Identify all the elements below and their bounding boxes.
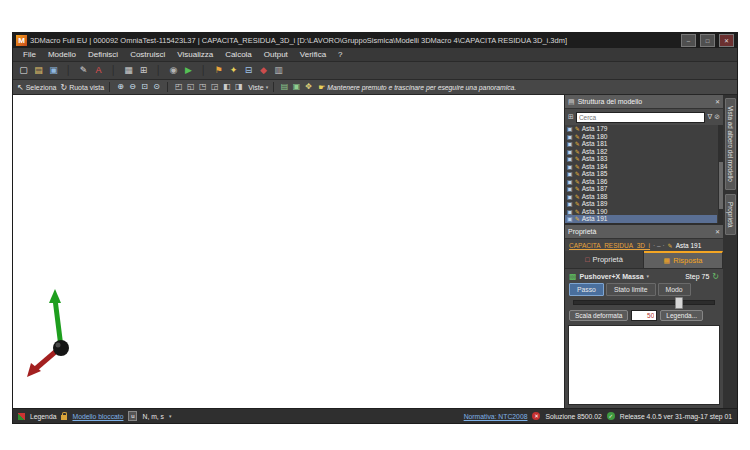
tree-item[interactable]: ▣ ✎ Asta 180 — [565, 133, 717, 141]
open-folder-icon[interactable]: ▤ — [32, 64, 45, 78]
info-icon[interactable]: ▥ — [272, 64, 285, 78]
analysis-dropdown[interactable]: Pushover+X Massa — [580, 273, 644, 280]
legend-icon[interactable] — [18, 413, 25, 420]
visibility-checkbox-icon[interactable]: ▣ — [567, 178, 573, 185]
visibility-checkbox-icon[interactable]: ▣ — [567, 170, 573, 177]
mesh-icon[interactable]: ⊞ — [137, 64, 150, 78]
separator[interactable]: │ — [107, 64, 120, 78]
section-icon[interactable]: ✦ — [227, 64, 240, 78]
camera-icon[interactable]: ◉ — [167, 64, 180, 78]
search-scope-icon[interactable]: ⊞ — [568, 113, 574, 121]
visibility-checkbox-icon[interactable]: ▣ — [567, 155, 573, 162]
tree-item[interactable]: ▣ ✎ Asta 184 — [565, 163, 717, 171]
tree-item[interactable]: ▣ ✎ Asta 182 — [565, 148, 717, 156]
zoom-in-icon[interactable]: ⊕ — [115, 82, 126, 93]
edit-icon[interactable]: ✎ — [77, 64, 90, 78]
chevron-down-icon[interactable]: ▾ — [647, 273, 650, 279]
legenda-status-label[interactable]: Legenda — [30, 413, 56, 420]
menu-item[interactable]: ? — [332, 50, 348, 59]
zoom-window-icon[interactable]: ⊡ — [139, 82, 150, 93]
chevron-down-icon[interactable]: ▾ — [169, 413, 172, 419]
scala-value-input[interactable] — [631, 310, 657, 321]
text-icon[interactable]: A — [92, 64, 105, 78]
subtab[interactable]: Passo — [569, 283, 604, 296]
tab-risposta[interactable]: ▦ Risposta — [644, 251, 723, 268]
pan-icon[interactable]: ✥ — [303, 82, 314, 93]
save-icon[interactable]: ▣ — [47, 64, 60, 78]
close-properties-icon[interactable]: ✕ — [715, 228, 720, 235]
separator[interactable]: │ — [152, 64, 165, 78]
rotate-view-tool[interactable]: ↻ Ruota vista — [60, 83, 104, 92]
tab-proprieta[interactable]: □ Proprietà — [565, 251, 644, 268]
view-front-icon[interactable]: ◱ — [185, 82, 196, 93]
visibility-checkbox-icon[interactable]: ▣ — [567, 185, 573, 192]
tree-item[interactable]: ▣ ✎ Asta 186 — [565, 178, 717, 186]
new-file-icon[interactable]: ▢ — [17, 64, 30, 78]
clear-filter-icon[interactable]: ⊘ — [714, 113, 720, 121]
visibility-checkbox-icon[interactable]: ▣ — [567, 125, 573, 132]
visibility-checkbox-icon[interactable]: ▣ — [567, 140, 573, 147]
tree-item[interactable]: ▣ ✎ Asta 190 — [565, 208, 717, 216]
units-label[interactable]: N, m, s — [142, 413, 164, 420]
view-right-icon[interactable]: ◨ — [233, 82, 244, 93]
menu-item[interactable]: Calcola — [219, 50, 258, 59]
tree-item[interactable]: ▣ ✎ Asta 185 — [565, 170, 717, 178]
tree-scrollbar[interactable] — [718, 125, 723, 223]
visibility-checkbox-icon[interactable]: ▣ — [567, 200, 573, 207]
visibility-checkbox-icon[interactable]: ▣ — [567, 208, 573, 215]
view-side-icon[interactable]: ◳ — [197, 82, 208, 93]
modello-bloccato-link[interactable]: Modello bloccato — [72, 413, 123, 420]
normativa-link[interactable]: Normativa: NTC2008 — [464, 413, 528, 420]
view-left-icon[interactable]: ◧ — [221, 82, 232, 93]
search-input[interactable] — [576, 112, 706, 123]
breadcrumb-model-link[interactable]: CAPACITA_RESIDUA_3D_i — [569, 242, 650, 249]
tree-item[interactable]: ▣ ✎ Asta 181 — [565, 140, 717, 148]
menu-item[interactable]: Modello — [42, 50, 82, 59]
side-tab-properties[interactable]: Proprietà — [725, 194, 736, 236]
model-viewport[interactable] — [13, 95, 565, 408]
node-icon[interactable]: ◆ — [257, 64, 270, 78]
menu-item[interactable]: Output — [258, 50, 294, 59]
close-tree-panel-icon[interactable]: ✕ — [715, 98, 720, 105]
scala-deformata-button[interactable]: Scala deformata — [569, 310, 628, 321]
step-slider[interactable] — [573, 300, 715, 305]
legenda-button[interactable]: Legenda... — [660, 310, 703, 321]
tree-item[interactable]: ▣ ✎ Asta 188 — [565, 193, 717, 201]
filter-funnel-icon[interactable]: ∇ — [707, 113, 712, 121]
refresh-step-icon[interactable]: ↻ — [712, 272, 719, 281]
visibility-checkbox-icon[interactable]: ▣ — [567, 133, 573, 140]
subtab[interactable]: Modo — [658, 283, 691, 296]
maximize-button[interactable]: □ — [700, 34, 715, 47]
tree-item[interactable]: ▣ ✎ Asta 187 — [565, 185, 717, 193]
zoom-extents-icon[interactable]: ⊙ — [151, 82, 162, 93]
tree-item[interactable]: ▣ ✎ Asta 189 — [565, 200, 717, 208]
flag-icon[interactable]: ⚑ — [212, 64, 225, 78]
snapshot-icon[interactable]: ▣ — [291, 82, 302, 93]
visibility-checkbox-icon[interactable]: ▣ — [567, 215, 573, 222]
run-analysis-icon[interactable]: ▶ — [182, 64, 195, 78]
close-button[interactable]: ✕ — [719, 34, 734, 47]
beam-icon[interactable]: ⊟ — [242, 64, 255, 78]
menu-item[interactable]: Costruisci — [124, 50, 171, 59]
viste-dropdown[interactable]: Viste ▾ — [248, 84, 268, 91]
menu-item[interactable]: Verifica — [294, 50, 332, 59]
visibility-checkbox-icon[interactable]: ▣ — [567, 148, 573, 155]
tree-item[interactable]: ▣ ✎ Asta 179 — [565, 125, 717, 133]
separator[interactable]: │ — [62, 64, 75, 78]
menu-item[interactable]: Visualizza — [171, 50, 219, 59]
tree-item[interactable]: ▣ ✎ Asta 183 — [565, 155, 717, 163]
zoom-out-icon[interactable]: ⊖ — [127, 82, 138, 93]
minimize-button[interactable]: – — [681, 34, 696, 47]
slider-handle[interactable] — [675, 297, 683, 309]
scrollbar-thumb[interactable] — [719, 162, 723, 209]
select-tool[interactable]: ↖ Seleziona — [17, 83, 56, 92]
menu-item[interactable]: Definisci — [82, 50, 124, 59]
visibility-checkbox-icon[interactable]: ▣ — [567, 163, 573, 170]
view-top-icon[interactable]: ◰ — [173, 82, 184, 93]
grid-icon[interactable]: ▦ — [122, 64, 135, 78]
subtab[interactable]: Stato limite — [606, 283, 656, 296]
visibility-checkbox-icon[interactable]: ▣ — [567, 193, 573, 200]
pushover-chart[interactable] — [568, 325, 720, 405]
separator[interactable]: │ — [197, 64, 210, 78]
tree-item[interactable]: ▣ ✎ Asta 191 — [565, 215, 717, 223]
